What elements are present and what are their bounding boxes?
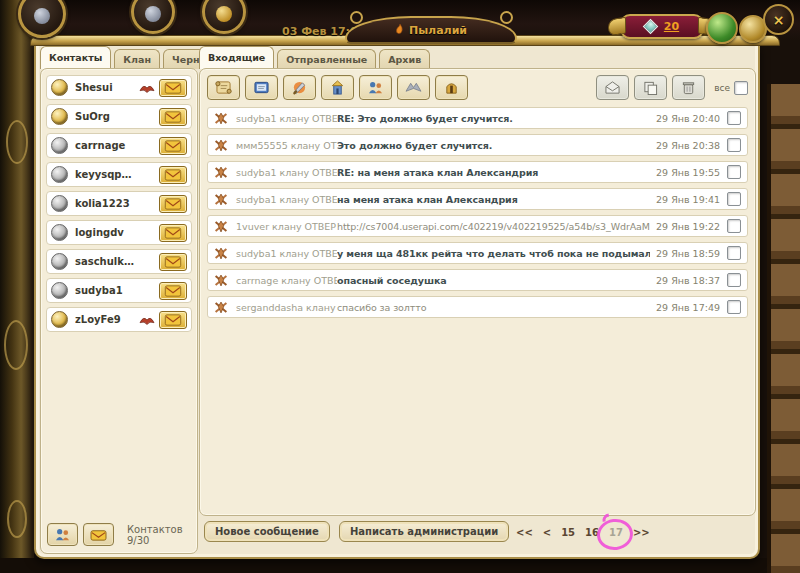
filter-buttons (207, 75, 468, 100)
message-row[interactable]: sudyba1 клану ОТВЕ RE: Это должно будет … (207, 107, 748, 129)
contact-row[interactable]: saschulka77 (46, 249, 192, 274)
message-row[interactable]: sudyba1 клану ОТВЕ у меня ща 481кк рейта… (207, 242, 748, 264)
tournament-points-badge[interactable]: 20 (620, 14, 704, 39)
tower-icon (328, 80, 347, 95)
send-message-button[interactable] (159, 137, 187, 155)
action-button[interactable] (672, 75, 705, 100)
envelope-icon (164, 198, 182, 210)
message-date: 29 Янв 19:41 (650, 194, 720, 205)
mail-tab[interactable]: Отправленные (277, 49, 376, 69)
select-all-checkbox[interactable] (734, 81, 748, 95)
filter-button[interactable] (435, 75, 468, 100)
message-row[interactable]: ммм55555 клану ОТЕ Это должно будет случ… (207, 134, 748, 156)
message-row[interactable]: sudyba1 клану ОТВЕ RE: на меня атака кла… (207, 161, 748, 183)
message-sender: 1vuver клану ОТВЕР (236, 221, 337, 232)
sheets-icon (641, 80, 660, 95)
send-message-button[interactable] (159, 79, 187, 97)
envelope-icon (164, 227, 182, 239)
contact-name: saschulka77 (75, 256, 138, 267)
page-link[interactable]: < (542, 527, 552, 538)
filter-button[interactable] (245, 75, 278, 100)
sword-icon (290, 80, 309, 95)
message-checkbox[interactable] (727, 273, 741, 287)
send-message-button[interactable] (159, 108, 187, 126)
footer-button[interactable] (83, 523, 114, 546)
message-checkbox[interactable] (727, 138, 741, 152)
mail-panel: все sudyba1 клану ОТВЕ RE: Это должно бу… (199, 68, 756, 516)
help-orb-button[interactable] (706, 12, 738, 44)
message-checkbox[interactable] (727, 111, 741, 125)
message-sender: sudyba1 клану ОТВЕ (236, 248, 337, 259)
page-link[interactable]: >> (632, 527, 651, 538)
book-icon (252, 80, 271, 95)
send-message-button[interactable] (159, 224, 187, 242)
frame-curl (6, 120, 28, 164)
badge-count: 20 (664, 20, 679, 33)
status-medal-icon (51, 108, 68, 125)
message-checkbox[interactable] (727, 219, 741, 233)
left-frame-ornament (0, 0, 34, 573)
contact-name: carrnage (75, 140, 138, 151)
contact-row[interactable]: carrnage (46, 133, 192, 158)
compose-button[interactable]: Новое сообщение (204, 521, 330, 542)
message-row[interactable]: 1vuver клану ОТВЕР http://cs7004.userapi… (207, 215, 748, 237)
message-emblem-icon (212, 165, 230, 180)
contacts-tab[interactable]: Клан (114, 49, 160, 69)
message-sender: sudyba1 клану ОТВЕ (236, 113, 337, 124)
contact-name: logingdv (75, 227, 138, 238)
clan-bird-icon (138, 81, 156, 95)
contact-row[interactable]: zLoyFe9 (46, 307, 192, 332)
message-sender: sudyba1 клану ОТВЕ (236, 167, 337, 178)
friends-icon (53, 527, 72, 542)
page-link[interactable]: << (515, 527, 534, 538)
envelope-icon (164, 169, 182, 181)
message-checkbox[interactable] (727, 165, 741, 179)
contact-row[interactable]: kolia1223 (46, 191, 192, 216)
action-button[interactable] (634, 75, 667, 100)
filter-button[interactable] (321, 75, 354, 100)
status-medal-icon (51, 253, 68, 270)
mail-tab[interactable]: Архив (379, 49, 430, 69)
mail-tab[interactable]: Входящие (199, 46, 274, 69)
filter-button[interactable] (283, 75, 316, 100)
message-row[interactable]: carrnage клану ОТВЕ опасный соседушка 29… (207, 269, 748, 291)
message-sender: sudyba1 клану ОТВЕ (236, 194, 337, 205)
filter-button[interactable] (359, 75, 392, 100)
filter-button[interactable] (397, 75, 430, 100)
message-row[interactable]: sudyba1 клану ОТВЕ на меня атака клан Ал… (207, 188, 748, 210)
status-medal-icon (51, 311, 68, 328)
scroll-icon (214, 80, 233, 95)
filter-button[interactable] (207, 75, 240, 100)
send-message-button[interactable] (159, 253, 187, 271)
action-buttons (596, 75, 705, 100)
mail-toolbar: все (200, 69, 755, 104)
message-checkbox[interactable] (727, 246, 741, 260)
footer-button[interactable] (47, 523, 78, 546)
message-subject: http://cs7004.userapi.com/c402219/v40221… (337, 221, 650, 232)
contact-row[interactable]: Shesui (46, 75, 192, 100)
contact-row[interactable]: SuOrg (46, 104, 192, 129)
message-checkbox[interactable] (727, 300, 741, 314)
contact-row[interactable]: sudyba1 (46, 278, 192, 303)
message-list: sudyba1 клану ОТВЕ RE: Это должно будет … (200, 104, 755, 318)
contacts-tab[interactable]: Контакты (40, 46, 111, 69)
action-button[interactable] (596, 75, 629, 100)
message-subject: на меня атака клан Александрия (337, 194, 650, 205)
close-button[interactable]: × (763, 4, 794, 35)
contact-row[interactable]: keyysqpdthm (46, 162, 192, 187)
send-message-button[interactable] (159, 282, 187, 300)
contact-row[interactable]: logingdv (46, 220, 192, 245)
envelope-icon (164, 314, 182, 326)
send-message-button[interactable] (159, 311, 187, 329)
message-row[interactable]: serganddasha клану спасибо за золтто 29 … (207, 296, 748, 318)
message-subject: RE: Это должно будет случится. (337, 113, 650, 124)
mail-tab-bar: ВходящиеОтправленныеАрхив (199, 45, 430, 69)
send-message-button[interactable] (159, 195, 187, 213)
message-checkbox[interactable] (727, 192, 741, 206)
contact-name: Shesui (75, 82, 138, 93)
status-medal-icon (51, 195, 68, 212)
send-message-button[interactable] (159, 166, 187, 184)
page-link[interactable]: 15 (560, 527, 576, 538)
compose-button[interactable]: Написать администрации (339, 521, 509, 542)
status-medal-icon (51, 137, 68, 154)
